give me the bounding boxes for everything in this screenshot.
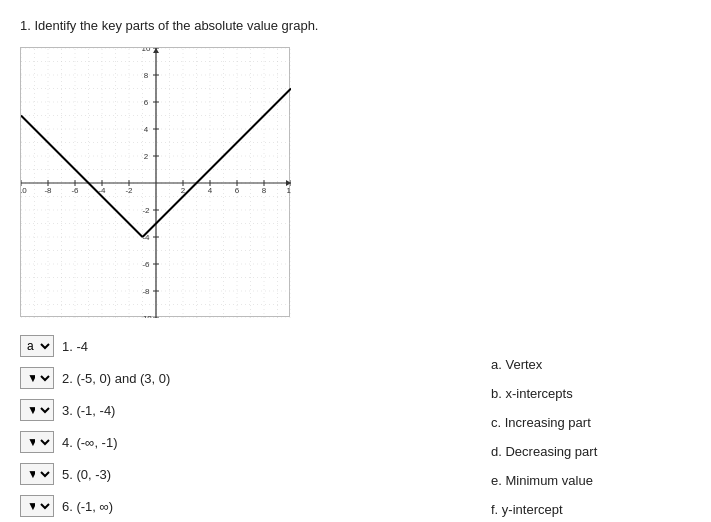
answer-select-6[interactable]: ▼ a b c d e f xyxy=(20,495,54,517)
answer-select-1[interactable]: a ▼ b c d e f xyxy=(20,335,54,357)
answer-text-4: 4. (-∞, -1) xyxy=(62,435,242,450)
letter-e: e. xyxy=(491,473,502,488)
answer-select-3[interactable]: ▼ a b c d e f xyxy=(20,399,54,421)
answer-row-5: ▼ a b c d e f 5. (0, -3) xyxy=(20,463,491,485)
letter-a: a. xyxy=(491,357,502,372)
answer-row-4: ▼ a b c d e f 4. (-∞, -1) xyxy=(20,431,491,453)
graph-container xyxy=(20,47,290,317)
answers-section: a ▼ b c d e f 1. -4 ▼ a b c d e xyxy=(20,335,491,517)
right-item-c: c. Increasing part xyxy=(491,415,691,430)
label-f: y-intercept xyxy=(502,502,563,517)
answer-select-5[interactable]: ▼ a b c d e f xyxy=(20,463,54,485)
right-item-d: d. Decreasing part xyxy=(491,444,691,459)
letter-f: f. xyxy=(491,502,498,517)
label-c: Increasing part xyxy=(505,415,591,430)
answer-text-2: 2. (-5, 0) and (3, 0) xyxy=(62,371,242,386)
answer-text-6: 6. (-1, ∞) xyxy=(62,499,242,514)
right-item-e: e. Minimum value xyxy=(491,473,691,488)
letter-b: b. xyxy=(491,386,502,401)
right-item-b: b. x-intercepts xyxy=(491,386,691,401)
answer-row-6: ▼ a b c d e f 6. (-1, ∞) xyxy=(20,495,491,517)
right-column: a. Vertex b. x-intercepts c. Increasing … xyxy=(491,47,691,522)
answer-text-5: 5. (0, -3) xyxy=(62,467,242,482)
answer-text-3: 3. (-1, -4) xyxy=(62,403,242,418)
right-item-a: a. Vertex xyxy=(491,357,691,372)
answer-row-3: ▼ a b c d e f 3. (-1, -4) xyxy=(20,399,491,421)
letter-d: d. xyxy=(491,444,502,459)
answer-select-4[interactable]: ▼ a b c d e f xyxy=(20,431,54,453)
label-a: Vertex xyxy=(505,357,542,372)
answer-select-2[interactable]: ▼ a b c d e f xyxy=(20,367,54,389)
label-e: Minimum value xyxy=(505,473,592,488)
answer-row-1: a ▼ b c d e f 1. -4 xyxy=(20,335,491,357)
right-item-f: f. y-intercept xyxy=(491,502,691,517)
question-title: 1. Identify the key parts of the absolut… xyxy=(20,18,691,33)
label-b: x-intercepts xyxy=(505,386,572,401)
answer-row-2: ▼ a b c d e f 2. (-5, 0) and (3, 0) xyxy=(20,367,491,389)
label-d: Decreasing part xyxy=(505,444,597,459)
letter-c: c. xyxy=(491,415,501,430)
answer-text-1: 1. -4 xyxy=(62,339,242,354)
